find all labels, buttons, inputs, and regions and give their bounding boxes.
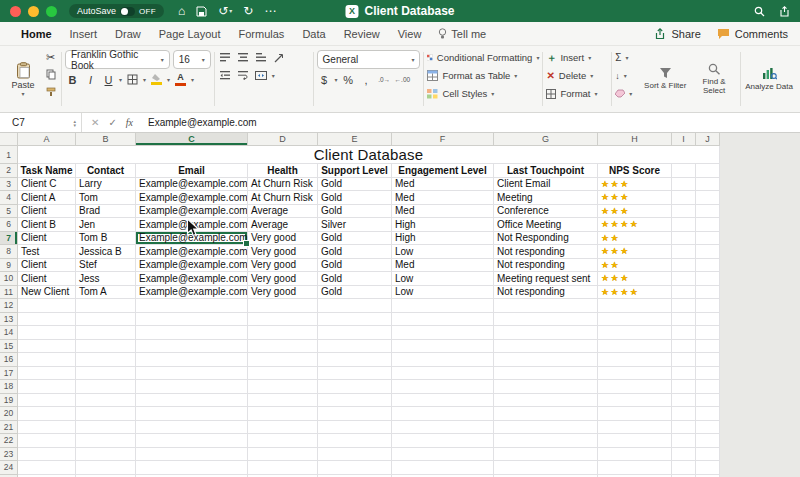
cell-G8[interactable]: Not responding — [494, 245, 598, 259]
cell-J20[interactable] — [696, 407, 720, 421]
cell-B11[interactable]: Tom A — [76, 286, 136, 300]
cell-F23[interactable] — [392, 448, 494, 462]
cell-C9[interactable]: Example@example.com — [136, 259, 248, 273]
insert-function-icon[interactable]: fx — [126, 117, 133, 128]
paste-button[interactable]: Paste ▾ — [6, 50, 40, 108]
cell-I15[interactable] — [672, 340, 696, 354]
cell-H3[interactable]: ★★★ — [598, 178, 672, 192]
tab-page-layout[interactable]: Page Layout — [150, 28, 230, 40]
align-top-icon[interactable] — [218, 50, 233, 65]
row-header-8[interactable]: 8 — [0, 245, 18, 259]
row-header-2[interactable]: 2 — [0, 164, 18, 178]
row-header-14[interactable]: 14 — [0, 326, 18, 340]
currency-format-button[interactable]: $ — [317, 72, 332, 87]
cell-A17[interactable] — [18, 367, 76, 381]
fill-color-button[interactable] — [149, 72, 164, 87]
cell-I11[interactable] — [672, 286, 696, 300]
cell-D7[interactable]: Very good — [248, 232, 318, 246]
minimize-window-button[interactable] — [28, 6, 39, 17]
row-header-16[interactable]: 16 — [0, 353, 18, 367]
cell-I17[interactable] — [672, 367, 696, 381]
cell-C21[interactable] — [136, 421, 248, 435]
col-header-E[interactable]: E — [318, 133, 392, 146]
cell-B4[interactable]: Tom — [76, 191, 136, 205]
cell-B15[interactable] — [76, 340, 136, 354]
col-header-B[interactable]: B — [76, 133, 136, 146]
cell-B16[interactable] — [76, 353, 136, 367]
cell-I4[interactable] — [672, 191, 696, 205]
col-header-A[interactable]: A — [18, 133, 76, 146]
cell-C23[interactable] — [136, 448, 248, 462]
cell-F11[interactable]: Low — [392, 286, 494, 300]
cell-J12[interactable] — [696, 299, 720, 313]
cell-C14[interactable] — [136, 326, 248, 340]
cell-I21[interactable] — [672, 421, 696, 435]
cell-H5[interactable]: ★★★ — [598, 205, 672, 219]
cell-B2[interactable]: Contact — [76, 164, 136, 178]
cell-D8[interactable]: Very good — [248, 245, 318, 259]
orientation-icon[interactable] — [272, 50, 287, 65]
redo-button[interactable]: ↻ — [243, 5, 253, 17]
cell-I18[interactable] — [672, 380, 696, 394]
cell-G7[interactable]: Not Responding — [494, 232, 598, 246]
cell-I7[interactable] — [672, 232, 696, 246]
cell-H9[interactable]: ★★ — [598, 259, 672, 273]
cell-E19[interactable] — [318, 394, 392, 408]
sort-filter-button[interactable]: Sort & Filter — [642, 50, 688, 108]
cell-H18[interactable] — [598, 380, 672, 394]
cell-F3[interactable]: Med — [392, 178, 494, 192]
cell-A5[interactable]: Client — [18, 205, 76, 219]
cell-A12[interactable] — [18, 299, 76, 313]
cell-I13[interactable] — [672, 313, 696, 327]
tell-me-button[interactable]: Tell me — [438, 28, 486, 40]
cell-E23[interactable] — [318, 448, 392, 462]
cell-D19[interactable] — [248, 394, 318, 408]
cell-E8[interactable]: Gold — [318, 245, 392, 259]
cell-A8[interactable]: Test — [18, 245, 76, 259]
font-name-select[interactable]: Franklin Gothic Book▾ — [65, 50, 170, 69]
cell-H22[interactable] — [598, 434, 672, 448]
cell-H20[interactable] — [598, 407, 672, 421]
row-header-20[interactable]: 20 — [0, 407, 18, 421]
format-painter-icon[interactable] — [43, 84, 58, 99]
cell-D9[interactable]: Very good — [248, 259, 318, 273]
cell-G24[interactable] — [494, 461, 598, 475]
cell-C8[interactable]: Example@example.com — [136, 245, 248, 259]
cell-I6[interactable] — [672, 218, 696, 232]
cell-F18[interactable] — [392, 380, 494, 394]
row-header-19[interactable]: 19 — [0, 394, 18, 408]
col-header-H[interactable]: H — [598, 133, 672, 146]
cell-F20[interactable] — [392, 407, 494, 421]
cell-A13[interactable] — [18, 313, 76, 327]
align-middle-icon[interactable] — [236, 50, 251, 65]
cell-C24[interactable] — [136, 461, 248, 475]
cell-E10[interactable]: Gold — [318, 272, 392, 286]
more-commands-icon[interactable]: ⋯ — [264, 5, 276, 17]
cell-F2[interactable]: Engagement Level — [392, 164, 494, 178]
cell-F13[interactable] — [392, 313, 494, 327]
cell-A14[interactable] — [18, 326, 76, 340]
cell-D5[interactable]: Average — [248, 205, 318, 219]
cell-I23[interactable] — [672, 448, 696, 462]
underline-button[interactable]: U — [101, 72, 116, 87]
cell-F10[interactable]: Low — [392, 272, 494, 286]
row-header-6[interactable]: 6 — [0, 218, 18, 232]
cell-E15[interactable] — [318, 340, 392, 354]
cell-A18[interactable] — [18, 380, 76, 394]
col-header-I[interactable]: I — [672, 133, 696, 146]
cell-F21[interactable] — [392, 421, 494, 435]
cell-E4[interactable]: Gold — [318, 191, 392, 205]
cell-D3[interactable]: At Churn Risk — [248, 178, 318, 192]
cell-A19[interactable] — [18, 394, 76, 408]
format-cells-button[interactable]: Format ▾ — [546, 86, 608, 101]
italic-button[interactable]: I — [83, 72, 98, 87]
cell-H17[interactable] — [598, 367, 672, 381]
cell-D15[interactable] — [248, 340, 318, 354]
conditional-formatting-button[interactable]: Conditional Formatting ▾ — [427, 50, 539, 65]
cell-A11[interactable]: New Client — [18, 286, 76, 300]
cell-B10[interactable]: Jess — [76, 272, 136, 286]
cell-I2[interactable] — [672, 164, 696, 178]
cell-C13[interactable] — [136, 313, 248, 327]
comma-format-button[interactable]: , — [359, 72, 374, 87]
cell-G17[interactable] — [494, 367, 598, 381]
